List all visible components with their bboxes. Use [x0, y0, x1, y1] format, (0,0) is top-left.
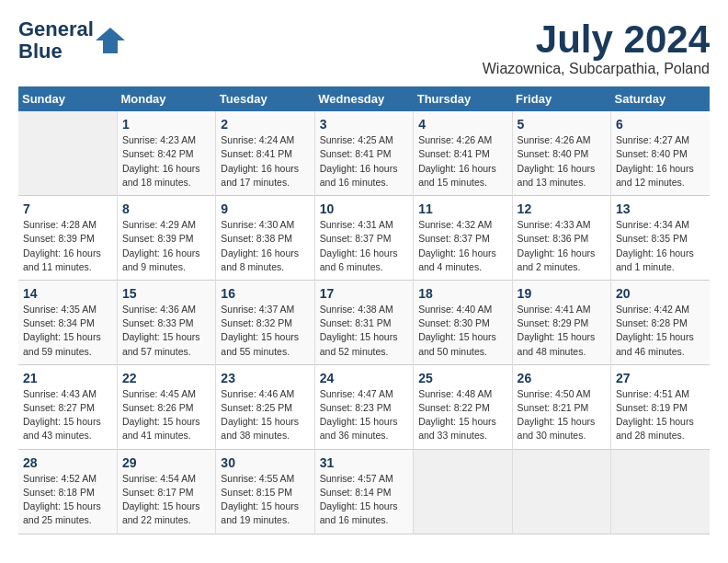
logo-icon — [94, 24, 127, 57]
day-info: Sunrise: 4:47 AM Sunset: 8:23 PM Dayligh… — [320, 387, 408, 443]
day-cell: 21Sunrise: 4:43 AM Sunset: 8:27 PM Dayli… — [18, 364, 117, 449]
title-section: July 2024 Wiazownica, Subcarpathia, Pola… — [483, 18, 710, 77]
day-number: 3 — [320, 117, 408, 132]
calendar-table: SundayMondayTuesdayWednesdayThursdayFrid… — [18, 86, 710, 534]
day-number: 28 — [23, 455, 112, 470]
day-info: Sunrise: 4:32 AM Sunset: 8:37 PM Dayligh… — [418, 218, 506, 274]
day-info: Sunrise: 4:30 AM Sunset: 8:38 PM Dayligh… — [221, 218, 309, 274]
day-info: Sunrise: 4:25 AM Sunset: 8:41 PM Dayligh… — [320, 133, 408, 190]
day-number: 18 — [418, 286, 506, 301]
day-cell — [414, 449, 512, 534]
day-info: Sunrise: 4:55 AM Sunset: 8:15 PM Dayligh… — [221, 472, 309, 528]
day-info: Sunrise: 4:24 AM Sunset: 8:41 PM Dayligh… — [221, 133, 309, 190]
day-cell — [512, 449, 610, 534]
day-info: Sunrise: 4:37 AM Sunset: 8:32 PM Dayligh… — [221, 303, 309, 359]
day-number: 9 — [221, 201, 309, 216]
day-number: 31 — [320, 455, 408, 470]
day-cell: 14Sunrise: 4:35 AM Sunset: 8:34 PM Dayli… — [18, 280, 117, 364]
day-cell: 3Sunrise: 4:25 AM Sunset: 8:41 PM Daylig… — [314, 111, 413, 195]
day-number: 16 — [221, 286, 309, 301]
day-cell: 29Sunrise: 4:54 AM Sunset: 8:17 PM Dayli… — [117, 449, 215, 534]
day-number: 29 — [122, 455, 210, 470]
day-cell: 20Sunrise: 4:42 AM Sunset: 8:28 PM Dayli… — [611, 280, 710, 364]
day-info: Sunrise: 4:41 AM Sunset: 8:29 PM Dayligh… — [518, 303, 606, 359]
day-cell: 25Sunrise: 4:48 AM Sunset: 8:22 PM Dayli… — [414, 364, 512, 449]
day-number: 11 — [418, 201, 506, 216]
day-number: 17 — [320, 286, 408, 301]
day-cell: 28Sunrise: 4:52 AM Sunset: 8:18 PM Dayli… — [18, 449, 117, 534]
day-cell: 17Sunrise: 4:38 AM Sunset: 8:31 PM Dayli… — [314, 280, 413, 364]
day-number: 8 — [122, 201, 210, 216]
day-number: 5 — [518, 117, 606, 132]
day-info: Sunrise: 4:29 AM Sunset: 8:39 PM Dayligh… — [122, 218, 210, 274]
day-cell: 16Sunrise: 4:37 AM Sunset: 8:32 PM Dayli… — [216, 280, 314, 364]
day-cell: 22Sunrise: 4:45 AM Sunset: 8:26 PM Dayli… — [117, 364, 215, 449]
header-saturday: Saturday — [611, 86, 710, 111]
day-cell: 6Sunrise: 4:27 AM Sunset: 8:40 PM Daylig… — [611, 111, 710, 195]
header-tuesday: Tuesday — [216, 86, 314, 111]
day-info: Sunrise: 4:57 AM Sunset: 8:14 PM Dayligh… — [320, 472, 408, 528]
logo-text: General Blue — [18, 18, 94, 63]
day-number: 25 — [418, 371, 506, 385]
header-sunday: Sunday — [18, 86, 117, 111]
day-cell: 4Sunrise: 4:26 AM Sunset: 8:41 PM Daylig… — [414, 111, 512, 195]
day-info: Sunrise: 4:26 AM Sunset: 8:41 PM Dayligh… — [418, 133, 506, 190]
day-number: 24 — [320, 371, 408, 385]
day-info: Sunrise: 4:46 AM Sunset: 8:25 PM Dayligh… — [221, 387, 309, 443]
day-info: Sunrise: 4:36 AM Sunset: 8:33 PM Dayligh… — [122, 303, 210, 359]
header-row: SundayMondayTuesdayWednesdayThursdayFrid… — [18, 86, 710, 111]
day-number: 30 — [221, 455, 309, 470]
header-friday: Friday — [512, 86, 610, 111]
day-info: Sunrise: 4:48 AM Sunset: 8:22 PM Dayligh… — [418, 387, 506, 443]
day-number: 7 — [23, 201, 112, 216]
day-number: 26 — [518, 371, 606, 385]
week-row-3: 21Sunrise: 4:43 AM Sunset: 8:27 PM Dayli… — [18, 364, 710, 449]
day-info: Sunrise: 4:26 AM Sunset: 8:40 PM Dayligh… — [518, 133, 606, 190]
day-cell: 7Sunrise: 4:28 AM Sunset: 8:39 PM Daylig… — [18, 196, 117, 281]
header-wednesday: Wednesday — [314, 86, 413, 111]
day-number: 6 — [616, 117, 705, 132]
svg-marker-0 — [96, 28, 125, 53]
day-number: 4 — [418, 117, 506, 132]
day-info: Sunrise: 4:43 AM Sunset: 8:27 PM Dayligh… — [23, 387, 112, 443]
day-info: Sunrise: 4:51 AM Sunset: 8:19 PM Dayligh… — [616, 387, 705, 443]
header-monday: Monday — [117, 86, 215, 111]
day-cell: 23Sunrise: 4:46 AM Sunset: 8:25 PM Dayli… — [216, 364, 314, 449]
day-cell: 5Sunrise: 4:26 AM Sunset: 8:40 PM Daylig… — [512, 111, 610, 195]
day-number: 1 — [122, 117, 210, 132]
day-number: 20 — [616, 286, 705, 301]
day-number: 15 — [122, 286, 210, 301]
logo: General Blue — [18, 18, 127, 63]
week-row-4: 28Sunrise: 4:52 AM Sunset: 8:18 PM Dayli… — [18, 449, 710, 534]
day-cell: 13Sunrise: 4:34 AM Sunset: 8:35 PM Dayli… — [611, 196, 710, 281]
week-row-2: 14Sunrise: 4:35 AM Sunset: 8:34 PM Dayli… — [18, 280, 710, 364]
day-number: 21 — [23, 371, 112, 385]
day-cell: 18Sunrise: 4:40 AM Sunset: 8:30 PM Dayli… — [414, 280, 512, 364]
day-cell — [611, 449, 710, 534]
day-info: Sunrise: 4:54 AM Sunset: 8:17 PM Dayligh… — [122, 472, 210, 528]
day-number: 22 — [122, 371, 210, 385]
day-cell: 19Sunrise: 4:41 AM Sunset: 8:29 PM Dayli… — [512, 280, 610, 364]
day-cell: 12Sunrise: 4:33 AM Sunset: 8:36 PM Dayli… — [512, 196, 610, 281]
header-thursday: Thursday — [414, 86, 512, 111]
day-info: Sunrise: 4:42 AM Sunset: 8:28 PM Dayligh… — [616, 303, 705, 359]
day-info: Sunrise: 4:28 AM Sunset: 8:39 PM Dayligh… — [23, 218, 112, 274]
day-number: 2 — [221, 117, 309, 132]
day-number: 10 — [320, 201, 408, 216]
day-number: 19 — [518, 286, 606, 301]
day-info: Sunrise: 4:31 AM Sunset: 8:37 PM Dayligh… — [320, 218, 408, 274]
day-cell: 27Sunrise: 4:51 AM Sunset: 8:19 PM Dayli… — [611, 364, 710, 449]
day-info: Sunrise: 4:23 AM Sunset: 8:42 PM Dayligh… — [122, 133, 210, 190]
day-cell: 11Sunrise: 4:32 AM Sunset: 8:37 PM Dayli… — [414, 196, 512, 281]
day-number: 14 — [23, 286, 112, 301]
day-info: Sunrise: 4:45 AM Sunset: 8:26 PM Dayligh… — [122, 387, 210, 443]
week-row-1: 7Sunrise: 4:28 AM Sunset: 8:39 PM Daylig… — [18, 196, 710, 281]
day-cell: 26Sunrise: 4:50 AM Sunset: 8:21 PM Dayli… — [512, 364, 610, 449]
day-info: Sunrise: 4:40 AM Sunset: 8:30 PM Dayligh… — [418, 303, 506, 359]
day-info: Sunrise: 4:52 AM Sunset: 8:18 PM Dayligh… — [23, 472, 112, 528]
week-row-0: 1Sunrise: 4:23 AM Sunset: 8:42 PM Daylig… — [18, 111, 710, 195]
day-number: 27 — [616, 371, 705, 385]
day-number: 12 — [518, 201, 606, 216]
day-info: Sunrise: 4:50 AM Sunset: 8:21 PM Dayligh… — [518, 387, 606, 443]
month-title: July 2024 — [483, 18, 710, 61]
